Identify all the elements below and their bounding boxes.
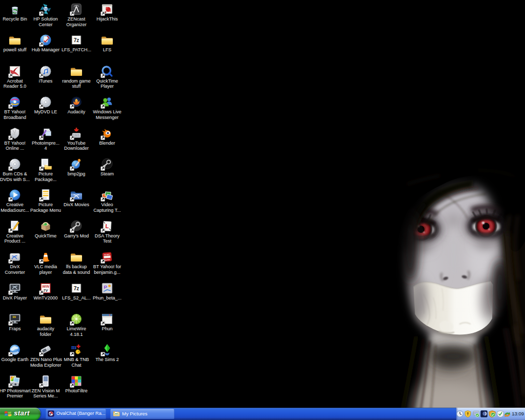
svg-text:TV: TV xyxy=(44,288,49,292)
svg-text:7z: 7z xyxy=(74,38,79,44)
svg-text:hp: hp xyxy=(44,7,48,10)
svg-text:P: P xyxy=(104,284,107,289)
svg-text:m: m xyxy=(71,344,76,351)
svg-text:L: L xyxy=(105,223,109,229)
svg-text:7z: 7z xyxy=(74,286,79,291)
svg-text:99: 99 xyxy=(13,315,16,318)
svg-text:WiN: WiN xyxy=(42,285,49,288)
